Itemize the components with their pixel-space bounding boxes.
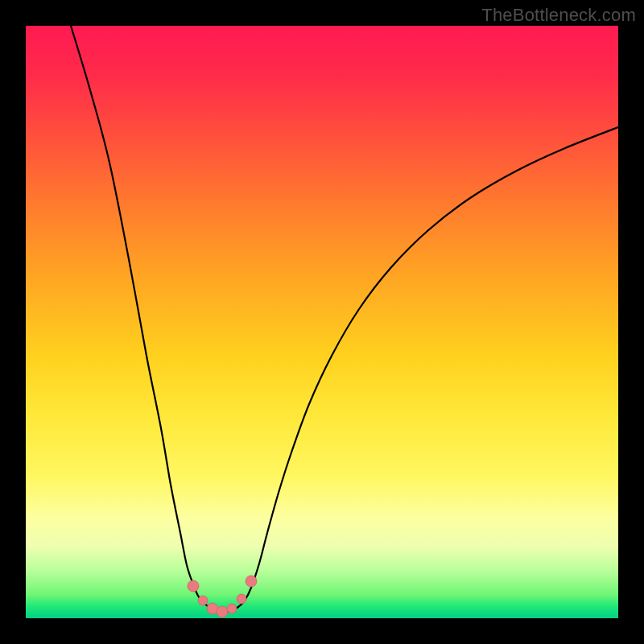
bottleneck-curve bbox=[71, 26, 618, 612]
marker-dot bbox=[237, 594, 246, 604]
chart-frame: TheBottleneck.com bbox=[0, 0, 644, 644]
marker-dot bbox=[188, 580, 199, 592]
watermark-text: TheBottleneck.com bbox=[481, 5, 636, 26]
marker-dot bbox=[227, 604, 237, 613]
chart-svg bbox=[26, 26, 618, 618]
marker-dot bbox=[198, 596, 208, 605]
marker-dot bbox=[217, 606, 228, 617]
marker-dot bbox=[246, 576, 257, 587]
plot-area bbox=[26, 26, 618, 618]
